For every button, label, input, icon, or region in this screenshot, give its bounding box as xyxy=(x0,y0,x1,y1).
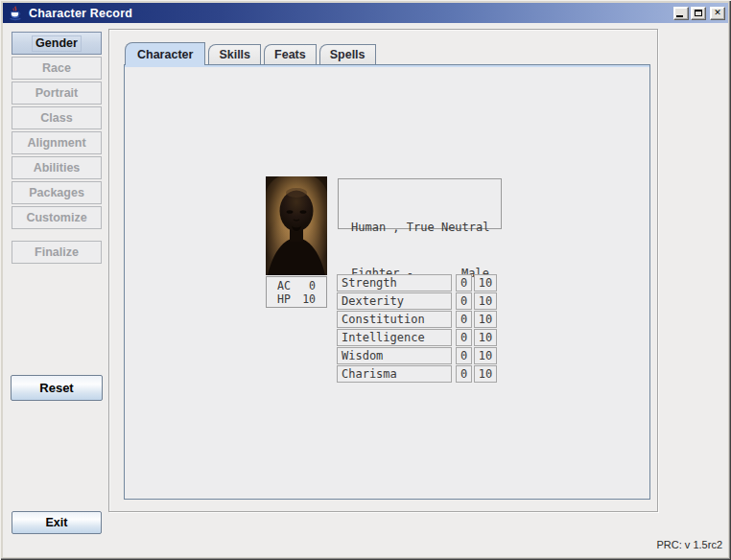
sidebar-button-abilities: Abilities xyxy=(12,156,102,179)
ability-row-intelligence: Intelligence 0 10 xyxy=(337,329,497,346)
ability-score-value: 10 xyxy=(474,347,497,364)
ability-row-strength: Strength 0 10 xyxy=(337,274,497,292)
close-icon: ✕ xyxy=(714,9,721,17)
ability-base-value: 0 xyxy=(456,274,472,292)
ac-row: AC 0 xyxy=(267,279,326,292)
ability-name: Intelligence xyxy=(337,329,452,346)
version-label: PRC: v 1.5rc2 xyxy=(657,539,722,550)
sidebar-button-race: Race xyxy=(12,57,102,80)
minimize-icon xyxy=(676,15,683,17)
sidebar-button-finalize: Finalize xyxy=(12,241,102,264)
tab-bar: Character Skills Feats Spells xyxy=(125,42,379,65)
ability-score-value: 10 xyxy=(474,292,497,310)
titlebar[interactable]: Character Record ✕ xyxy=(3,3,728,23)
exit-button[interactable]: Exit xyxy=(12,511,102,534)
ability-name: Charisma xyxy=(337,365,452,383)
ability-row-constitution: Constitution 0 10 xyxy=(337,311,497,328)
ability-name: Wisdom xyxy=(337,347,452,364)
ability-row-charisma: Charisma 0 10 xyxy=(337,365,497,383)
ability-row-wisdom: Wisdom 0 10 xyxy=(337,347,497,364)
ability-score-value: 10 xyxy=(474,311,497,328)
sidebar-button-alignment: Alignment xyxy=(12,131,102,154)
ability-name: Constitution xyxy=(337,311,452,328)
ac-label: AC xyxy=(277,279,296,292)
character-summary-box: Human , True Neutral Fighter - Male xyxy=(338,178,502,229)
hp-row: HP 10 xyxy=(267,292,326,306)
ability-name: Dexterity xyxy=(337,292,452,310)
character-tab-content: AC 0 HP 10 Human , True Neutral Fighter … xyxy=(124,64,650,500)
sidebar-button-customize: Customize xyxy=(12,206,102,229)
minimize-button[interactable] xyxy=(673,7,689,20)
main-panel: Character Skills Feats Spells xyxy=(108,29,658,512)
sidebar-button-class: Class xyxy=(12,106,102,129)
tab-skills[interactable]: Skills xyxy=(208,44,261,64)
hp-label: HP xyxy=(277,292,296,306)
character-record-window: Character Record ✕ Gender Race Portrait … xyxy=(0,0,731,560)
sidebar-button-packages: Packages xyxy=(12,181,102,204)
ability-name: Strength xyxy=(337,274,452,292)
ability-row-dexterity: Dexterity 0 10 xyxy=(337,292,497,310)
tab-character[interactable]: Character xyxy=(125,42,205,65)
ability-base-value: 0 xyxy=(456,347,472,364)
maximize-icon xyxy=(695,10,702,16)
ac-value: 0 xyxy=(296,279,316,292)
tab-spells[interactable]: Spells xyxy=(319,44,376,64)
client-area: Gender Race Portrait Class Alignment Abi… xyxy=(3,23,728,557)
summary-race-alignment: Human , True Neutral xyxy=(351,220,489,235)
ability-score-value: 10 xyxy=(474,365,497,383)
reset-button[interactable]: Reset xyxy=(11,375,103,401)
sidebar-button-portrait: Portrait xyxy=(12,82,102,105)
ability-base-value: 0 xyxy=(456,292,472,310)
ac-hp-box: AC 0 HP 10 xyxy=(266,276,327,308)
hp-value: 10 xyxy=(296,292,316,306)
abilities-table: Strength 0 10 Dexterity 0 10 Constitutio… xyxy=(337,274,497,384)
maximize-button[interactable] xyxy=(691,7,706,20)
ability-score-value: 10 xyxy=(474,329,497,346)
window-title: Character Record xyxy=(29,7,672,20)
ability-base-value: 0 xyxy=(456,365,472,383)
java-coffee-cup-icon xyxy=(8,6,23,21)
sidebar-button-gender[interactable]: Gender xyxy=(12,32,102,55)
ability-base-value: 0 xyxy=(456,311,472,328)
close-button[interactable]: ✕ xyxy=(710,7,725,20)
character-portrait-image xyxy=(266,176,327,275)
ability-score-value: 10 xyxy=(474,274,497,292)
sidebar-button-gender-label: Gender xyxy=(32,35,82,52)
ability-base-value: 0 xyxy=(456,329,472,346)
tab-feats[interactable]: Feats xyxy=(264,44,317,64)
